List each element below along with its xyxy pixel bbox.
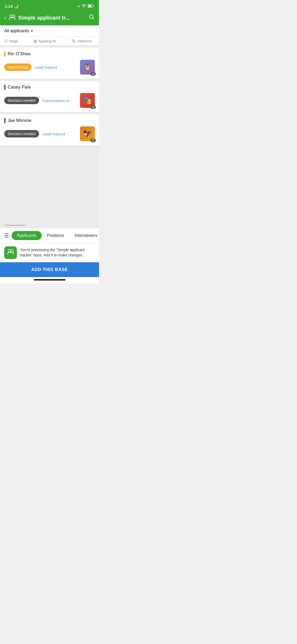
- svg-point-3: [12, 15, 15, 17]
- col-header-attachment: 📎 Attachme...: [71, 39, 95, 43]
- card-details-3: Decision needed Lead mascot 🦅 +1: [4, 126, 95, 141]
- card-name-row-2: Casey Park: [4, 85, 95, 90]
- app-header: ‹ Simple applicant tr...: [0, 12, 99, 25]
- moon-icon: 🌙: [14, 4, 19, 8]
- chevron-down-icon: ▼: [30, 29, 34, 33]
- stage-indicator-1: [4, 51, 6, 57]
- stage-indicator-2: [4, 85, 6, 90]
- applicant-name-2: Casey Park: [8, 85, 31, 90]
- stage-badge-2: Decision needed: [4, 97, 39, 104]
- tab-positions[interactable]: Positions: [42, 231, 69, 240]
- col-applying-label: Applying for: [38, 39, 56, 43]
- stage-badge-3: Decision needed: [4, 130, 39, 137]
- card-name-row-1: Rin O'Shea: [4, 51, 95, 57]
- status-bar: 1:14 🌙 ✈: [0, 0, 99, 12]
- home-indicator: [0, 277, 99, 284]
- scroll-indicator: [0, 224, 99, 228]
- stage-indicator-3: [4, 118, 6, 123]
- applying-for-1[interactable]: Lead mascot: [35, 65, 77, 70]
- thumbnail-container-2: 🎭 +1: [80, 93, 95, 108]
- thumbnail-container-1: 🦉 +1: [80, 60, 95, 75]
- applicant-card-3[interactable]: Jae Monroe Decision needed Lead mascot 🦅…: [0, 114, 99, 145]
- status-icons: ✈: [77, 4, 94, 8]
- search-button[interactable]: [88, 14, 95, 22]
- applicant-card-2[interactable]: Casey Park Decision needed Concessions m…: [0, 81, 99, 112]
- applicant-card-1[interactable]: Rin O'Shea Interviewing Lead mascot 🦉 +1: [0, 48, 99, 79]
- column-headers: ☑ Stage ▤ Applying for 📎 Attachme...: [0, 37, 99, 45]
- menu-icon[interactable]: ☰: [4, 231, 12, 240]
- thumbnail-container-3: 🦅 +1: [80, 126, 95, 141]
- app-icon: [9, 14, 16, 21]
- empty-area: [0, 150, 99, 224]
- applying-for-2[interactable]: Concessions m...: [42, 98, 77, 103]
- filter-bar[interactable]: All applicants ▼: [0, 25, 99, 37]
- svg-point-2: [10, 15, 12, 17]
- home-bar: [34, 279, 65, 280]
- stage-badge-1: Interviewing: [4, 63, 31, 71]
- card-details-1: Interviewing Lead mascot 🦉 +1: [4, 60, 95, 75]
- page-title: Simple applicant tr...: [18, 15, 86, 21]
- battery-icon: [88, 4, 94, 8]
- applicant-name-3: Jae Monroe: [8, 118, 31, 123]
- applying-col-icon: ▤: [34, 39, 37, 43]
- tab-applicants[interactable]: Applicants: [12, 231, 42, 240]
- attachment-col-icon: 📎: [71, 39, 76, 43]
- card-name-row-3: Jae Monroe: [4, 118, 95, 123]
- thumbnail-overlay-1: +1: [90, 72, 96, 76]
- stage-col-icon: ☑: [4, 39, 8, 43]
- preview-text: You're previewing the "Simple applicant …: [20, 247, 95, 258]
- svg-rect-1: [88, 5, 92, 7]
- card-details-2: Decision needed Concessions m... 🎭 +1: [4, 93, 95, 108]
- applicant-name-1: Rin O'Shea: [8, 51, 30, 57]
- applying-for-3[interactable]: Lead mascot: [42, 132, 77, 136]
- back-button[interactable]: ‹: [4, 14, 6, 21]
- add-base-button[interactable]: ADD THIS BASE: [0, 262, 99, 277]
- svg-point-5: [8, 250, 11, 252]
- svg-point-6: [11, 250, 13, 252]
- scroll-bar: [4, 225, 25, 226]
- col-header-applying: ▤ Applying for: [34, 39, 72, 43]
- thumbnail-overlay-3: +1: [90, 139, 96, 142]
- wifi-icon: [82, 4, 86, 8]
- col-stage-label: Stage: [9, 39, 18, 43]
- col-header-stage: ☑ Stage: [4, 39, 34, 43]
- col-attachment-label: Attachme...: [77, 39, 95, 43]
- preview-icon-box: [4, 246, 17, 259]
- status-time: 1:14 🌙: [5, 4, 19, 9]
- thumbnail-overlay-2: +1: [90, 105, 96, 109]
- tab-interviewers[interactable]: Interviewers: [69, 231, 99, 240]
- preview-app-icon: [7, 249, 14, 256]
- filter-label: All applicants: [4, 29, 29, 33]
- bottom-nav: ☰ Applicants Positions Interviewers: [0, 228, 99, 243]
- airplane-icon: ✈: [77, 4, 80, 8]
- cards-container: Rin O'Shea Interviewing Lead mascot 🦉 +1…: [0, 45, 99, 150]
- preview-banner: You're previewing the "Simple applicant …: [0, 243, 99, 262]
